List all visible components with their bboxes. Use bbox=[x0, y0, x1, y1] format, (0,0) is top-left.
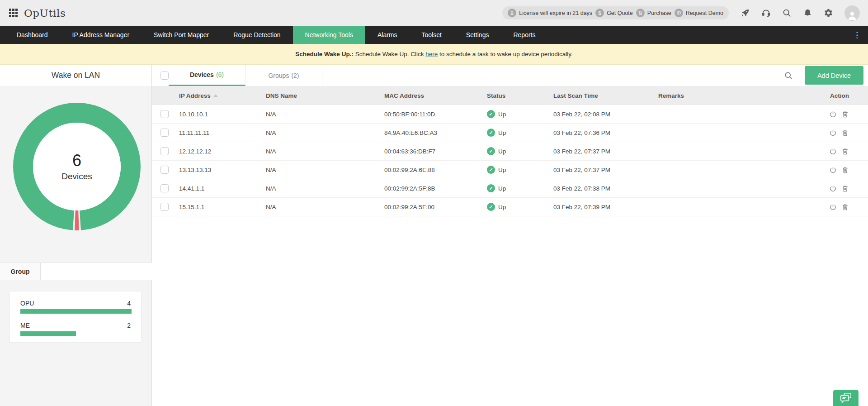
cell-ip: 11.11.11.11 bbox=[179, 129, 266, 136]
apps-grid-icon[interactable] bbox=[9, 9, 18, 17]
whats-new-rocket-icon[interactable] bbox=[741, 8, 750, 18]
main-nav: Dashboard IP Address Manager Switch Port… bbox=[0, 26, 868, 44]
notifications-bell-icon[interactable] bbox=[803, 8, 812, 18]
license-status[interactable]: License will expire in 21 days bbox=[508, 9, 592, 17]
cart-icon bbox=[636, 9, 645, 17]
row-checkbox[interactable] bbox=[160, 184, 169, 192]
nav-item-networking-tools[interactable]: Networking Tools bbox=[293, 26, 365, 44]
nav-item-ip-address-manager[interactable]: IP Address Manager bbox=[60, 26, 142, 44]
top-header: OpUtils License will expire in 21 days $… bbox=[0, 0, 868, 26]
delete-trash-icon[interactable] bbox=[841, 110, 849, 118]
table-row[interactable]: 14.41.1.1 N/A 00:02:99:2A:5F:8B ✓Up 03 F… bbox=[152, 179, 868, 198]
status-up-icon: ✓ bbox=[487, 110, 495, 118]
cell-last-scan: 03 Feb 22, 02:08 PM bbox=[553, 111, 658, 118]
group-tab-row: Group bbox=[0, 263, 152, 280]
nav-overflow-kebab-icon[interactable]: ⋮ bbox=[849, 26, 864, 44]
row-checkbox[interactable] bbox=[160, 147, 169, 155]
group-bar bbox=[20, 309, 132, 314]
row-checkbox[interactable] bbox=[160, 129, 169, 137]
nav-item-rogue-detection[interactable]: Rogue Detection bbox=[221, 26, 292, 44]
chat-bubbles-icon bbox=[839, 392, 853, 404]
cell-last-scan: 03 Feb 22, 07:37 PM bbox=[553, 148, 658, 155]
cell-dns: N/A bbox=[266, 185, 384, 192]
col-remarks[interactable]: Remarks bbox=[658, 92, 814, 99]
delete-trash-icon[interactable] bbox=[841, 148, 849, 155]
content: Wake on LAN 6 Devices Group bbox=[0, 65, 868, 406]
tab-devices[interactable]: Devices (6) bbox=[169, 65, 245, 86]
cell-status: Up bbox=[498, 185, 506, 192]
chat-feedback-button[interactable] bbox=[833, 390, 859, 406]
wake-up-power-icon[interactable] bbox=[829, 148, 837, 155]
group-row-opu[interactable]: OPU 4 bbox=[20, 300, 131, 318]
group-name: OPU bbox=[20, 300, 34, 307]
group-bar-chart: OPU 4 ME 2 bbox=[9, 291, 142, 343]
select-all-checkbox[interactable] bbox=[160, 72, 169, 80]
delete-trash-icon[interactable] bbox=[841, 166, 849, 174]
tab-groups-label: Groups bbox=[268, 72, 289, 79]
search-icon[interactable] bbox=[782, 8, 792, 18]
table-row[interactable]: 13.13.13.13 N/A 00:02:99:2A:6E:88 ✓Up 03… bbox=[152, 161, 868, 179]
wake-up-power-icon[interactable] bbox=[829, 110, 837, 118]
col-last-scan-time[interactable]: Last Scan Time bbox=[553, 92, 658, 99]
app-root: OpUtils License will expire in 21 days $… bbox=[0, 0, 868, 406]
nav-item-reports[interactable]: Reports bbox=[501, 26, 547, 44]
col-dns-name[interactable]: DNS Name bbox=[266, 92, 384, 99]
cell-last-scan: 03 Feb 22, 07:39 PM bbox=[553, 204, 658, 210]
banner-text-before: Schedule Wake Up. Click bbox=[354, 51, 425, 57]
delete-trash-icon[interactable] bbox=[841, 129, 849, 137]
app-logo: OpUtils bbox=[24, 7, 66, 19]
status-up-icon: ✓ bbox=[487, 166, 495, 174]
delete-trash-icon[interactable] bbox=[841, 203, 849, 211]
wake-up-power-icon[interactable] bbox=[829, 203, 837, 211]
request-demo-button[interactable]: Request Demo bbox=[675, 9, 723, 17]
nav-item-dashboard[interactable]: Dashboard bbox=[5, 26, 60, 44]
cell-dns: N/A bbox=[266, 204, 384, 210]
group-count: 4 bbox=[127, 300, 131, 307]
cell-dns: N/A bbox=[266, 167, 384, 173]
col-mac-address[interactable]: MAC Address bbox=[384, 92, 487, 99]
add-device-button[interactable]: Add Device bbox=[805, 66, 863, 85]
delete-trash-icon[interactable] bbox=[841, 185, 849, 192]
wake-up-power-icon[interactable] bbox=[829, 166, 837, 174]
cell-status: Up bbox=[498, 111, 506, 118]
get-quote-label: Get Quote bbox=[607, 10, 633, 16]
nav-item-alarms[interactable]: Alarms bbox=[365, 26, 410, 44]
col-ip-address[interactable]: IP Address bbox=[179, 92, 266, 99]
group-name: ME bbox=[20, 322, 30, 329]
group-row-me[interactable]: ME 2 bbox=[20, 318, 131, 340]
row-checkbox[interactable] bbox=[160, 166, 169, 174]
nav-item-toolset[interactable]: Toolset bbox=[410, 26, 454, 44]
table-row[interactable]: 10.10.10.1 N/A 00:50:BF:00:11:0D ✓Up 03 … bbox=[152, 105, 868, 124]
cell-status: Up bbox=[498, 167, 506, 173]
table-row[interactable]: 15.15.1.1 N/A 00:02:99:2A:5F:00 ✓Up 03 F… bbox=[152, 198, 868, 216]
wake-up-power-icon[interactable] bbox=[829, 129, 837, 137]
status-up-icon: ✓ bbox=[487, 147, 495, 155]
cell-ip: 15.15.1.1 bbox=[179, 204, 266, 210]
table-row[interactable]: 12.12.12.12 N/A 00:04:63:36:DB:F7 ✓Up 03… bbox=[152, 142, 868, 161]
table-search-icon[interactable] bbox=[784, 71, 793, 80]
purchase-button[interactable]: Purchase bbox=[636, 9, 671, 17]
get-quote-button[interactable]: $ Get Quote bbox=[595, 9, 633, 17]
devices-donut-chart: 6 Devices bbox=[11, 101, 142, 232]
nav-item-switch-port-mapper[interactable]: Switch Port Mapper bbox=[142, 26, 221, 44]
cell-status: Up bbox=[498, 148, 506, 155]
demo-video-icon bbox=[675, 9, 683, 17]
tab-groups-count: (2) bbox=[291, 72, 299, 79]
license-pill: License will expire in 21 days $ Get Quo… bbox=[502, 6, 729, 19]
tab-groups[interactable]: Groups (2) bbox=[245, 65, 322, 86]
group-count: 2 bbox=[127, 322, 131, 329]
row-checkbox[interactable] bbox=[160, 110, 169, 118]
sort-asc-icon[interactable] bbox=[213, 94, 218, 97]
support-headset-icon[interactable] bbox=[761, 8, 771, 18]
status-up-icon: ✓ bbox=[487, 184, 495, 192]
banner-here-link[interactable]: here bbox=[425, 51, 438, 57]
settings-gear-icon[interactable] bbox=[824, 8, 833, 18]
nav-item-settings[interactable]: Settings bbox=[454, 26, 501, 44]
row-checkbox[interactable] bbox=[160, 203, 169, 211]
user-avatar[interactable] bbox=[844, 5, 860, 21]
cell-mac: 84:9A:40:E6:BC:A3 bbox=[384, 129, 487, 136]
table-row[interactable]: 11.11.11.11 N/A 84:9A:40:E6:BC:A3 ✓Up 03… bbox=[152, 124, 868, 142]
tab-group[interactable]: Group bbox=[0, 263, 41, 280]
wake-up-power-icon[interactable] bbox=[829, 185, 837, 192]
col-status[interactable]: Status bbox=[487, 92, 553, 99]
